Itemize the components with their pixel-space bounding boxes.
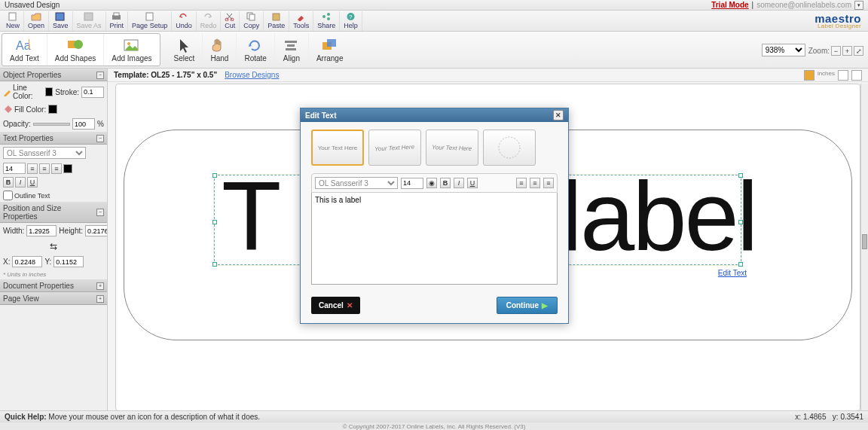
- design-title: Unsaved Design: [5, 1, 60, 9]
- ruler-toggle-icon[interactable]: [838, 70, 848, 81]
- cut-icon: [225, 12, 235, 21]
- lock-aspect-icon[interactable]: ⇆: [50, 241, 57, 252]
- rotate-tool[interactable]: Rotate: [237, 33, 274, 66]
- outline-checkbox[interactable]: [3, 191, 13, 200]
- arrange-tool[interactable]: Arrange: [309, 33, 351, 66]
- dialog-fontsize-input[interactable]: [401, 178, 423, 189]
- expand-icon[interactable]: +: [96, 295, 104, 303]
- help-button[interactable]: ?Help: [340, 11, 362, 31]
- ruler-inches-icon[interactable]: [804, 70, 815, 81]
- status-bar: Quick Help: Move your mouse over an icon…: [0, 410, 868, 422]
- save-icon: [55, 12, 66, 21]
- pageview-header[interactable]: Page View+: [0, 292, 107, 305]
- resize-handle[interactable]: [212, 220, 217, 224]
- zoom-in-button[interactable]: +: [842, 46, 852, 56]
- paste-button[interactable]: Paste: [264, 11, 289, 31]
- zoom-out-button[interactable]: −: [831, 46, 841, 56]
- expand-icon[interactable]: +: [96, 282, 104, 290]
- align-left-button[interactable]: ≡: [27, 163, 38, 174]
- dialog-font-select[interactable]: OL Sansserif 3: [315, 177, 398, 189]
- dialog-bold-button[interactable]: B: [440, 178, 451, 188]
- font-select[interactable]: OL Sansserif 3: [3, 147, 86, 159]
- svg-point-11: [322, 15, 326, 18]
- browse-designs-link[interactable]: Browse Designs: [225, 71, 279, 79]
- grid-toggle-icon[interactable]: [851, 70, 862, 81]
- open-icon: [31, 12, 41, 21]
- resize-handle[interactable]: [212, 173, 217, 178]
- opacity-input[interactable]: [72, 118, 95, 130]
- print-button[interactable]: Print: [106, 11, 129, 31]
- cut-button[interactable]: Cut: [221, 11, 240, 31]
- scroll-thumb[interactable]: [862, 234, 867, 249]
- collapse-icon[interactable]: −: [96, 135, 104, 142]
- text-props-header[interactable]: Text Properties−: [0, 132, 107, 145]
- cancel-button[interactable]: Cancel✕: [311, 297, 360, 314]
- stroke-input[interactable]: [81, 87, 104, 98]
- fontsize-input[interactable]: [3, 163, 26, 174]
- width-input[interactable]: [26, 225, 57, 236]
- save-button[interactable]: Save: [49, 11, 73, 31]
- edit-text-link[interactable]: Edit Text: [718, 269, 747, 277]
- object-props-header[interactable]: Object Properties−: [0, 69, 107, 81]
- textcolor-swatch[interactable]: [63, 164, 72, 173]
- svg-point-19: [74, 40, 83, 49]
- new-button[interactable]: New: [2, 11, 24, 31]
- underline-button[interactable]: U: [27, 177, 38, 188]
- status-y: y: 0.3541: [833, 413, 863, 421]
- text-style-arcup[interactable]: Your Text Here: [368, 130, 421, 166]
- text-style-circle[interactable]: [483, 130, 536, 166]
- position-props-header[interactable]: Position and Size Properties−: [0, 202, 107, 223]
- resize-handle[interactable]: [212, 262, 217, 267]
- share-button[interactable]: Share: [313, 11, 340, 31]
- titlebar-sep: |: [752, 1, 754, 9]
- align-center-button[interactable]: ≡: [39, 163, 50, 174]
- pagesetup-button[interactable]: Page Setup: [128, 11, 172, 31]
- zoom-select[interactable]: 938%: [762, 44, 805, 56]
- document-props-header[interactable]: Document Properties+: [0, 279, 107, 292]
- opacity-slider[interactable]: [33, 123, 70, 126]
- bold-button[interactable]: B: [3, 177, 14, 188]
- select-tool[interactable]: Select: [167, 33, 203, 66]
- height-input[interactable]: [85, 225, 108, 236]
- add-images-button[interactable]: Add Images: [104, 34, 159, 66]
- add-shapes-button[interactable]: Add Shapes: [47, 34, 105, 66]
- x-input[interactable]: [12, 256, 42, 267]
- trial-mode-link[interactable]: Trial Mode: [711, 1, 748, 9]
- svg-text:Aa: Aa: [16, 39, 31, 52]
- align-tool[interactable]: Align: [275, 33, 309, 66]
- zoom-fit-button[interactable]: ⤢: [854, 46, 863, 56]
- y-input[interactable]: [53, 256, 84, 267]
- dialog-align-right-button[interactable]: ≡: [543, 178, 554, 188]
- account-dropdown[interactable]: ▾: [854, 1, 863, 10]
- undo-button[interactable]: Undo: [172, 11, 197, 31]
- svg-rect-2: [84, 13, 93, 20]
- continue-button[interactable]: Continue▶: [497, 297, 558, 314]
- dialog-textarea[interactable]: [315, 196, 554, 281]
- hand-tool[interactable]: Hand: [203, 33, 237, 66]
- copy-button[interactable]: Copy: [240, 11, 264, 31]
- dialog-textcolor-button[interactable]: ◉: [426, 178, 437, 188]
- scrollbar-vertical[interactable]: [860, 84, 868, 411]
- text-style-wave[interactable]: Your Text Here: [426, 130, 478, 166]
- collapse-icon[interactable]: −: [96, 72, 104, 79]
- align-right-button[interactable]: ≡: [51, 163, 62, 174]
- dialog-italic-button[interactable]: I: [454, 178, 464, 188]
- dialog-header[interactable]: Edit Text ✕: [301, 108, 568, 122]
- cancel-x-icon: ✕: [347, 301, 353, 310]
- inches-label: inches: [818, 70, 835, 81]
- tools-button[interactable]: Tools: [289, 11, 313, 31]
- svg-rect-9: [249, 14, 255, 20]
- fillcolor-swatch[interactable]: [48, 105, 57, 114]
- open-button[interactable]: Open: [24, 11, 49, 31]
- dialog-align-center-button[interactable]: ≡: [530, 178, 540, 188]
- dialog-underline-button[interactable]: U: [467, 178, 478, 188]
- italic-button[interactable]: I: [15, 177, 26, 188]
- add-text-button[interactable]: AaAdd Text: [2, 34, 47, 66]
- text-style-straight[interactable]: Your Text Here: [311, 130, 364, 166]
- main-toolbar: New Open Save Save As Print Page Setup U…: [0, 11, 868, 32]
- dialog-close-button[interactable]: ✕: [553, 110, 564, 120]
- collapse-icon[interactable]: −: [96, 209, 104, 216]
- dialog-align-left-button[interactable]: ≡: [516, 178, 527, 188]
- brand-logo: maestro Label Designer: [815, 12, 866, 29]
- linecolor-swatch[interactable]: [45, 87, 53, 96]
